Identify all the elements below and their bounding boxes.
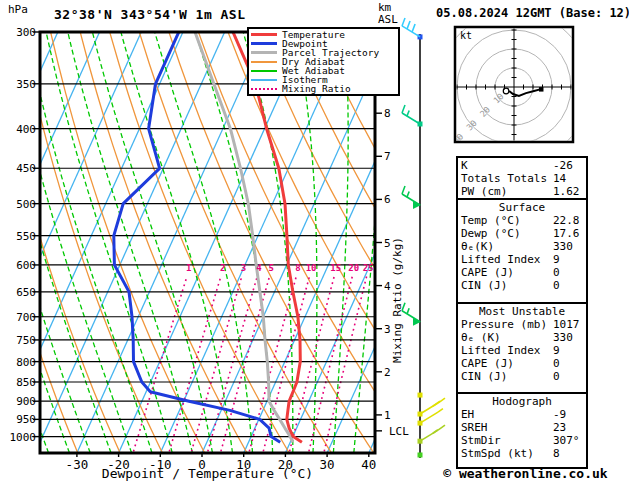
svg-text:850: 850 — [16, 376, 36, 389]
stat-row-theta-e: θₑ(K)330 — [458, 240, 586, 253]
stat-label: CIN (J) — [461, 279, 553, 292]
stat-row-cape: CAPE (J)0 — [458, 357, 586, 370]
svg-text:8: 8 — [295, 263, 300, 273]
svg-text:1: 1 — [186, 263, 191, 273]
svg-text:500: 500 — [16, 198, 36, 211]
stat-row-stmspd: StmSpd (kt)8 — [458, 447, 586, 460]
svg-text:3: 3 — [241, 263, 246, 273]
surface-panel-header: Surface — [458, 201, 586, 214]
stat-value: 14 — [553, 172, 583, 185]
stat-value: 23 — [553, 421, 583, 434]
most-unstable-panel-header: Most Unstable — [458, 305, 586, 318]
most-unstable-panel: Most Unstable Pressure (mb)1017θₑ (K)330… — [456, 302, 588, 399]
stat-label: Dewp (°C) — [461, 227, 553, 240]
asl-label: ASL — [378, 14, 398, 26]
svg-text:400: 400 — [16, 123, 36, 136]
svg-text:550: 550 — [16, 230, 36, 243]
isotherm-line-sample — [251, 79, 277, 81]
stat-value: 9 — [553, 344, 583, 357]
legend: TemperatureDewpointParcel TrajectoryDry … — [247, 27, 400, 96]
stat-row-dewp: Dewp (°C)17.6 — [458, 227, 586, 240]
wind-barb — [420, 425, 445, 441]
stat-row-totals-totals: Totals Totals14 — [458, 172, 586, 185]
svg-text:10: 10 — [306, 263, 317, 273]
svg-text:2: 2 — [384, 366, 391, 379]
wet-adiabat-line-sample — [251, 70, 277, 72]
datetime-label: 05.08.2024 12GMT (Base: 12) — [436, 6, 629, 20]
svg-text:700: 700 — [16, 311, 36, 324]
stat-label: θₑ (K) — [461, 331, 553, 344]
pressure-tick-labels: 3003504004505005506006507007508008509009… — [10, 26, 41, 444]
stat-label: Totals Totals — [461, 172, 553, 185]
stat-row-temp: Temp (°C)22.8 — [458, 214, 586, 227]
hodograph-unit-label: kt — [460, 30, 472, 41]
stat-label: EH — [461, 408, 553, 421]
svg-text:20: 20 — [348, 263, 359, 273]
svg-text:800: 800 — [16, 356, 36, 369]
stat-value: 17.6 — [553, 227, 583, 240]
stat-value: 1.62 — [553, 185, 583, 198]
svg-text:1000: 1000 — [10, 431, 37, 444]
stat-label: Lifted Index — [461, 253, 553, 266]
svg-text:1: 1 — [384, 409, 391, 422]
wind-barb — [402, 303, 421, 326]
altitude-ticks: 12345678 — [375, 107, 391, 431]
stat-label: Pressure (mb) — [461, 318, 553, 331]
temperature-line-sample — [251, 33, 277, 36]
stat-value: 1017 — [553, 318, 583, 331]
stat-value: 22.8 — [553, 214, 583, 227]
dry-adiabat-line-sample — [251, 61, 277, 63]
wind-barbs — [402, 18, 445, 458]
stat-row-sreh: SREH23 — [458, 421, 586, 434]
svg-text:5: 5 — [268, 263, 273, 273]
hodograph-end-marker — [539, 87, 544, 92]
stat-row-stmdir: StmDir307° — [458, 434, 586, 447]
stat-value: -9 — [553, 408, 583, 421]
svg-text:650: 650 — [16, 286, 36, 299]
stat-value: -26 — [553, 159, 583, 172]
hodograph-stats-panel: Hodograph EH-9SREH23StmDir307°StmSpd (kt… — [456, 392, 588, 469]
legend-item-mixing-ratio: Mixing Ratio — [251, 84, 396, 93]
stat-row-pressure: Pressure (mb)1017 — [458, 318, 586, 331]
copyright-notice: © weatheronline.co.uk — [422, 466, 629, 481]
stat-label: CIN (J) — [461, 370, 553, 383]
stat-label: PW (cm) — [461, 185, 553, 198]
stat-row-theta-e: θₑ (K)330 — [458, 331, 586, 344]
stat-value: 330 — [553, 331, 583, 344]
svg-text:2: 2 — [220, 263, 225, 273]
svg-text:15: 15 — [330, 263, 341, 273]
stat-row-lifted-index: Lifted Index9 — [458, 344, 586, 357]
page-title: 32°38'N 343°54'W 1m ASL — [54, 7, 246, 22]
stat-row-eh: EH-9 — [458, 408, 586, 421]
altitude-axis-label: km ASL — [378, 2, 398, 26]
stat-label: StmDir — [461, 434, 553, 447]
stat-label: K — [461, 159, 553, 172]
skewt-page: 1234581015202530035040045050055060065070… — [0, 0, 629, 486]
stat-row-cape: CAPE (J)0 — [458, 266, 586, 279]
dewpoint-line-sample — [251, 42, 277, 45]
legend-label: Mixing Ratio — [282, 84, 351, 93]
stat-value: 0 — [553, 357, 583, 370]
stat-label: CAPE (J) — [461, 357, 553, 370]
surface-panel: Surface Temp (°C)22.8Dewp (°C)17.6θₑ(K)3… — [456, 198, 588, 309]
svg-text:600: 600 — [16, 259, 36, 272]
stat-row-cin: CIN (J)0 — [458, 279, 586, 292]
svg-text:4: 4 — [256, 263, 262, 273]
svg-text:900: 900 — [16, 395, 36, 408]
stat-value: 8 — [553, 447, 583, 460]
wind-barb — [420, 398, 445, 414]
stat-label: CAPE (J) — [461, 266, 553, 279]
temperature-axis-label: Dewpoint / Temperature (°C) — [40, 466, 375, 481]
stat-row-k-index: K-26 — [458, 159, 586, 172]
mixing-ratio-line-sample — [251, 88, 277, 90]
stat-value: 330 — [553, 240, 583, 253]
stat-label: SREH — [461, 421, 553, 434]
wind-barb — [420, 409, 443, 424]
mixing-ratio-axis-label: Mixing Ratio (g/kg) — [391, 237, 404, 363]
svg-text:6: 6 — [384, 193, 391, 206]
svg-text:350: 350 — [16, 78, 36, 91]
svg-text:8: 8 — [384, 107, 391, 120]
svg-text:300: 300 — [16, 26, 36, 39]
wind-barb — [402, 105, 420, 124]
lcl-label: LCL — [389, 425, 409, 438]
